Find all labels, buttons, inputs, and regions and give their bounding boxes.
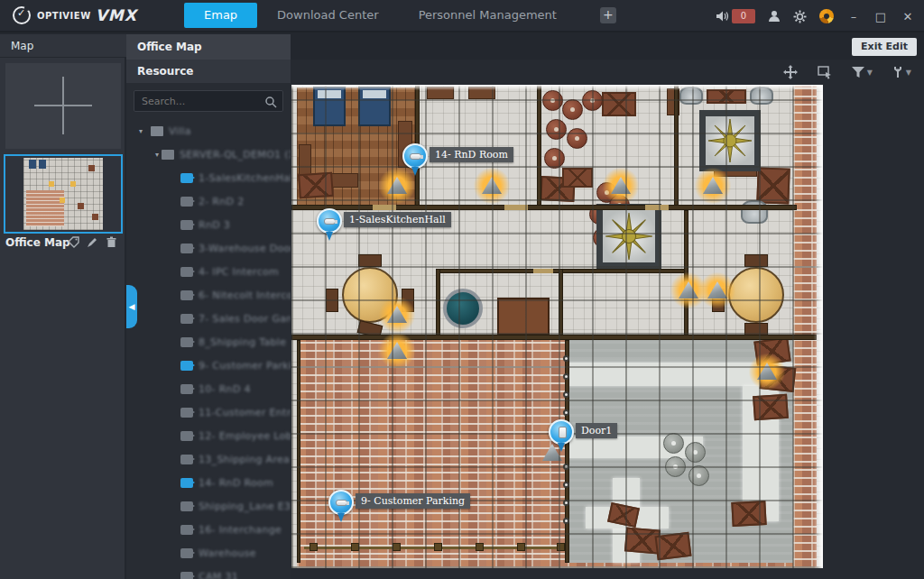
tree-item-channel-7[interactable]: 6- Nitecolt Intercom <box>126 283 291 307</box>
tree-item-channel-18[interactable]: Warehouse <box>126 541 291 565</box>
expand-caret-icon[interactable]: ▾ <box>139 127 148 135</box>
exit-edit-button[interactable]: Exit Edit <box>852 38 917 56</box>
expand-caret-icon[interactable]: ▾ <box>155 151 159 159</box>
close-button[interactable]: ✕ <box>901 10 915 23</box>
tree-item-channel-3[interactable]: 2- RnD 2 <box>126 189 291 213</box>
tree-item-label: 6- Nitecolt Intercom <box>199 290 291 301</box>
tree-item-channel-15[interactable]: 14- RnD Room <box>126 471 291 494</box>
tab-download-center[interactable]: Download Center <box>257 3 399 28</box>
tree-item-label: 1-SalesKitchenHall <box>199 172 291 184</box>
door-pin-icon[interactable] <box>549 419 574 445</box>
camera-icon <box>180 267 193 277</box>
camera-pin-icon[interactable] <box>402 143 428 169</box>
add-map-button[interactable] <box>5 63 121 149</box>
brick-right-strip <box>793 85 817 568</box>
marker-label[interactable]: 14- RnD Room <box>430 147 513 162</box>
map-thumbnail-image <box>23 158 103 230</box>
tree-item-channel-17[interactable]: 16- Interchange <box>126 518 291 541</box>
resource-tree: ▾Villa▾SERVER-QL_DEMO1 (192.168)1-SalesK… <box>126 119 291 579</box>
tree-item-channel-9[interactable]: 8_Shipping Table <box>126 330 291 354</box>
compass-medallion <box>596 204 661 269</box>
tree-item-channel-12[interactable]: 11-Customer Entrance <box>126 400 291 424</box>
collapse-panel-handle[interactable]: ◀ <box>126 285 137 328</box>
map-thumbnail-selected[interactable] <box>4 154 123 234</box>
search-input[interactable] <box>134 92 252 112</box>
tree-item-channel-19[interactable]: CAM 31 <box>126 565 291 579</box>
tree-item-root[interactable]: ▾Villa <box>126 119 291 142</box>
select-region-icon[interactable] <box>818 65 832 79</box>
tree-item-channel-2[interactable]: 1-SalesKitchenHall <box>126 166 291 189</box>
tree-item-label: Shipping_Lane E3 <box>199 501 291 512</box>
tag-icon[interactable] <box>68 236 79 248</box>
tree-item-device[interactable]: ▾SERVER-QL_DEMO1 (192.168) <box>126 142 291 166</box>
camera-icon <box>180 548 193 558</box>
minimize-button[interactable]: – <box>846 10 861 23</box>
tree-item-label: 8_Shipping Table <box>199 336 286 348</box>
bed <box>358 87 391 126</box>
tree-item-label: 4- IPC Intercom <box>199 266 279 278</box>
tree-item-channel-13[interactable]: 12- Employee Lobby E3 <box>126 424 291 447</box>
brand-small: OPTIVIEW <box>37 11 91 21</box>
parking-brick-area <box>297 337 568 563</box>
tree-item-label: Warehouse <box>199 547 256 559</box>
floor-plan-canvas[interactable]: 14- RnD Room1-SalesKitchenHallDoor19- Cu… <box>291 85 823 568</box>
tree-item-label: 16- Interchange <box>199 524 282 536</box>
tree-item-channel-16[interactable]: Shipping_Lane E3 <box>126 494 291 518</box>
tool-wrench-icon[interactable]: ▼ <box>892 66 911 78</box>
tree-item-channel-4[interactable]: RnD 3 <box>126 213 291 236</box>
tree-item-label: SERVER-QL_DEMO1 (192.168) <box>180 149 291 161</box>
speaker-icon <box>716 10 729 23</box>
marker-label[interactable]: 9- Customer Parking <box>356 493 470 509</box>
resource-section-header: Resource <box>126 60 291 83</box>
tab-emap[interactable]: Emap <box>184 3 257 28</box>
camera-icon <box>180 431 193 441</box>
camera-pin-icon[interactable] <box>317 208 342 234</box>
tree-item-channel-5[interactable]: 3-Warehouse Door <box>126 236 291 260</box>
current-map-title: Office Map <box>126 34 291 60</box>
tree-item-label: 9- Customer Parking <box>199 360 291 372</box>
tree-item-channel-10[interactable]: 9- Customer Parking <box>126 354 291 377</box>
camera-icon <box>180 290 193 300</box>
camera-icon <box>180 197 193 207</box>
pan-move-icon[interactable] <box>783 65 798 79</box>
search-icon[interactable] <box>264 95 277 112</box>
tree-item-label: RnD 3 <box>199 219 230 231</box>
map-toolbar: ▼ ▼ <box>291 60 924 85</box>
logo-icon <box>13 6 31 24</box>
filter-caret-icon: ▼ <box>867 69 873 77</box>
camera-icon <box>180 244 193 253</box>
user-icon[interactable] <box>768 10 781 23</box>
camera-icon <box>180 408 193 418</box>
filter-icon[interactable]: ▼ <box>852 67 873 78</box>
alarm-count-badge: 0 <box>732 9 755 23</box>
resource-panel: Resource ▾Villa▾SERVER-QL_DEMO1 (192.168… <box>126 60 291 579</box>
help-brand-icon[interactable] <box>819 9 834 23</box>
tree-item-label: CAM 31 <box>199 571 238 579</box>
brand-big: VMX <box>96 6 137 24</box>
add-tab-button[interactable]: + <box>600 7 616 23</box>
tree-item-label: 2- RnD 2 <box>199 196 244 207</box>
marker-label[interactable]: 1-SalesKitchenHall <box>344 212 451 227</box>
tree-item-channel-8[interactable]: 7- Sales Door Garden <box>126 307 291 330</box>
tab-personnel-management[interactable]: Personnel Management <box>399 3 577 28</box>
map-list-panel: Office Map <box>0 58 126 579</box>
tree-item-label: 11-Customer Entrance <box>199 407 291 418</box>
marker-label[interactable]: Door1 <box>576 423 617 438</box>
emap-panel: ▼ ▼ <box>291 60 924 579</box>
tree-item-channel-11[interactable]: 10- RnD 4 <box>126 377 291 400</box>
root-icon <box>151 126 163 136</box>
camera-icon <box>180 455 193 464</box>
delete-trash-icon[interactable] <box>106 236 117 248</box>
gear-icon[interactable] <box>793 10 807 23</box>
camera-icon <box>180 314 193 324</box>
edit-pencil-icon[interactable] <box>87 236 98 248</box>
maximize-button[interactable]: □ <box>873 10 888 23</box>
map-header-bar: Exit Edit <box>291 34 924 60</box>
tree-item-channel-14[interactable]: 13_Shipping Area <box>126 447 291 471</box>
camera-pin-icon[interactable] <box>328 490 354 515</box>
alarm-indicator[interactable]: 0 <box>716 9 755 23</box>
tree-item-channel-6[interactable]: 4- IPC Intercom <box>126 260 291 283</box>
resource-search <box>134 90 283 112</box>
title-bar: OPTIVIEW VMX Emap Download Center Person… <box>0 0 924 32</box>
compass-medallion <box>699 110 761 171</box>
